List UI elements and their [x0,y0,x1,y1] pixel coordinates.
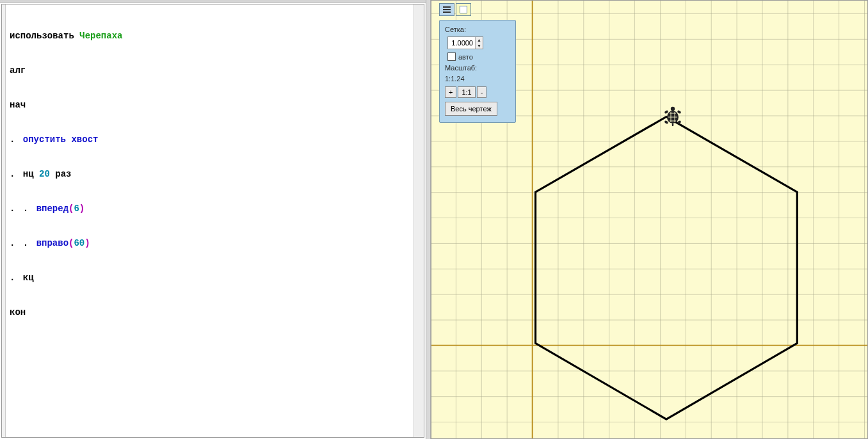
zoom-out-button[interactable]: - [477,86,487,98]
fit-drawing-button[interactable]: Весь чертеж [445,102,497,116]
spinner-down-icon[interactable]: ▼ [476,43,483,49]
grid-step-input[interactable] [448,37,475,49]
svg-point-7 [677,110,681,114]
svg-point-6 [664,110,668,114]
turtle-icon [662,106,684,127]
code-editor[interactable]: использовать Черепаха алг нач . опустить… [6,4,414,437]
code-line: кон [10,307,410,318]
hamburger-icon [443,6,451,13]
auto-grid-checkbox[interactable] [447,52,456,61]
code-editor-wrapper: использовать Черепаха алг нач . опустить… [1,4,424,438]
toggle-control-panel-button[interactable] [439,3,454,16]
zoom-in-button[interactable]: + [445,86,456,98]
toolbar-remnant [0,0,426,3]
code-line: . кц [10,272,410,283]
editor-scrollbar[interactable] [414,4,424,437]
svg-point-5 [671,107,675,111]
scale-value: 1:1.24 [445,75,510,83]
canvas-mini-toolbar [439,3,471,16]
panel-splitter[interactable] [426,0,431,439]
square-icon [460,6,467,13]
zoom-reset-button[interactable]: 1:1 [458,86,475,98]
code-line: . . вправо(60) [10,237,410,249]
auto-grid-label: авто [458,53,473,61]
code-line: нач [10,99,410,111]
scale-label: Масштаб: [445,64,510,72]
grid-label: Сетка: [445,26,510,33]
svg-point-10 [672,124,674,126]
toggle-view-button[interactable] [456,3,471,16]
svg-point-8 [664,120,668,124]
code-line: . опустить хвост [10,134,410,145]
code-panel: использовать Черепаха алг нач . опустить… [0,0,426,439]
svg-point-9 [677,120,681,124]
grid-step-spinner[interactable]: ▲ ▼ [447,36,483,49]
code-line: . нц 20 раз [10,168,410,180]
code-line: алг [10,65,410,76]
drawing-panel[interactable]: Сетка: ▲ ▼ авто Масштаб: 1:1.24 + 1:1 - … [431,0,868,439]
code-line: . . вперед(6) [10,203,410,214]
canvas-control-panel: Сетка: ▲ ▼ авто Масштаб: 1:1.24 + 1:1 - … [439,20,516,123]
code-line: использовать Черепаха [10,30,410,42]
spinner-up-icon[interactable]: ▲ [476,37,483,43]
